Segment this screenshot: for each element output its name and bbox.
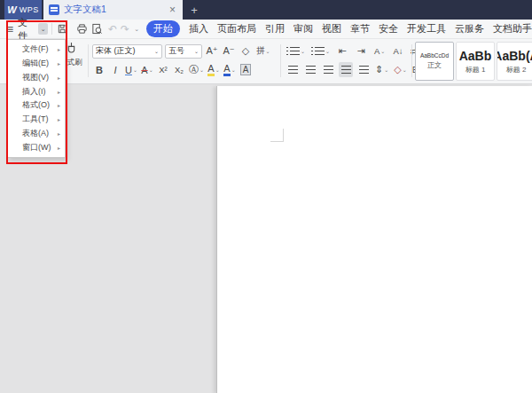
numbering-button[interactable]: ⌄ <box>310 43 331 59</box>
strikethrough-button[interactable]: A⌄ <box>140 62 154 77</box>
justify-button[interactable] <box>339 62 353 77</box>
bold-icon[interactable]: B <box>92 62 106 77</box>
undo-icon[interactable]: ↶ <box>108 23 117 35</box>
char-shading-button[interactable]: A <box>239 62 253 77</box>
superscript-icon[interactable]: X² <box>156 62 170 77</box>
font-name-select[interactable]: 宋体 (正文) ⌄ <box>92 44 162 59</box>
menu-item-tools[interactable]: 工具(T) ▸ <box>8 113 65 126</box>
print-preview-icon <box>91 23 103 35</box>
document-page[interactable] <box>216 86 532 393</box>
ribbon: 格式刷 宋体 (正文) ⌄ 五号 ⌄ A⁺ A⁻ ◇ 拼⌄ B I U⌄ A⌄ … <box>0 39 532 84</box>
highlight-color-icon: A <box>207 64 214 76</box>
chevron-down-icon: ⌄ <box>154 48 159 54</box>
clear-format-icon[interactable]: ◇ <box>239 43 253 59</box>
menu-item-label: 文件(F) <box>22 43 58 55</box>
menu-item-file[interactable]: 文件(F) ▸ <box>8 43 65 56</box>
style-heading-1[interactable]: AaBb 标题 1 <box>456 42 495 81</box>
font-size-select[interactable]: 五号 ⌄ <box>165 44 202 59</box>
style-preview: AaBb(A <box>497 49 532 63</box>
style-gallery: AaBbCcDd 正文 AaBb 标题 1 AaBb(A 标题 2 <box>415 42 532 82</box>
format-painter-icon <box>65 42 78 55</box>
style-heading-2[interactable]: AaBb(A 标题 2 <box>497 42 532 81</box>
strikethrough-icon: A <box>141 65 147 75</box>
save-button[interactable] <box>57 23 68 35</box>
italic-icon[interactable]: I <box>108 62 122 77</box>
style-normal[interactable]: AaBbCcDd 正文 <box>415 42 454 81</box>
menubar: ≡ 文件 ⌄ ↶ ↷ ⌄ 开始 插入 页面布局 引用 审阅 视图 章节 安全 开… <box>0 20 532 39</box>
sort-icon[interactable]: A↓ <box>391 43 405 59</box>
chevron-down-icon: ⌄ <box>200 67 204 73</box>
tab-view[interactable]: 视图 <box>322 22 341 35</box>
chevron-down-icon: ⌄ <box>380 48 385 54</box>
subscript-icon[interactable]: X₂ <box>172 62 186 77</box>
document-tab[interactable]: 文字文稿1 × <box>43 0 183 20</box>
tab-close-icon[interactable]: × <box>168 4 177 15</box>
chevron-down-icon: ⌄ <box>403 67 407 73</box>
circle-text-icon: Ⓐ <box>189 63 199 76</box>
tab-insert[interactable]: 插入 <box>189 22 208 35</box>
menu-item-format[interactable]: 格式(O) ▸ <box>8 98 65 112</box>
tab-section[interactable]: 章节 <box>350 22 370 35</box>
font-color-button[interactable]: A⌄ <box>223 62 237 77</box>
align-right-button[interactable] <box>321 62 335 77</box>
tab-home[interactable]: 开始 <box>146 20 180 37</box>
bullets-icon <box>290 47 300 55</box>
shading-color-icon: ◇ <box>394 64 401 75</box>
toolbar-divider <box>51 23 52 35</box>
align-left-button[interactable] <box>286 62 300 77</box>
menu-item-view[interactable]: 视图(V) ▸ <box>8 71 65 84</box>
underline-button[interactable]: U⌄ <box>124 62 138 77</box>
chevron-down-icon: ⌄ <box>384 67 388 73</box>
tab-dev-tools[interactable]: 开发工具 <box>407 22 446 35</box>
phonetic-guide-button[interactable]: 拼⌄ <box>255 43 271 59</box>
save-icon <box>57 23 68 35</box>
menu-item-insert[interactable]: 插入(I) ▸ <box>8 85 65 98</box>
shading-color-button[interactable]: ◇⌄ <box>393 62 408 77</box>
bullets-button[interactable]: ⌄ <box>286 43 306 59</box>
wps-app-name: WPS <box>20 5 39 14</box>
menu-item-table[interactable]: 表格(A) ▸ <box>8 127 65 140</box>
menu-item-edit[interactable]: 编辑(E) ▸ <box>8 57 65 70</box>
tab-security[interactable]: 安全 <box>379 22 398 35</box>
print-preview-button[interactable] <box>91 23 103 35</box>
distributed-align-button[interactable] <box>356 62 371 77</box>
new-tab-button[interactable]: + <box>183 0 206 20</box>
customize-toolbar-icon[interactable]: ⌄ <box>134 26 139 33</box>
chevron-down-icon: ⌄ <box>41 26 46 33</box>
chevron-down-icon: ⌄ <box>149 67 153 73</box>
char-shading-icon: A <box>240 64 252 75</box>
underline-icon: U <box>125 65 132 75</box>
align-center-icon <box>306 66 316 74</box>
circle-text-button[interactable]: Ⓐ⌄ <box>188 62 205 77</box>
hamburger-icon[interactable]: ≡ <box>7 23 15 35</box>
justify-icon <box>341 66 351 74</box>
file-menu-button[interactable]: 文件 <box>18 16 35 43</box>
print-button[interactable] <box>76 23 88 35</box>
increase-indent-icon[interactable]: ⇥ <box>354 43 368 59</box>
tab-cloud-service[interactable]: 云服务 <box>455 22 484 35</box>
menu-item-window[interactable]: 窗口(W) ▸ <box>8 141 65 154</box>
grow-font-icon[interactable]: A⁺ <box>205 43 219 59</box>
tab-review[interactable]: 审阅 <box>293 22 313 35</box>
file-menu-chevron-button[interactable]: ⌄ <box>38 23 48 35</box>
phonetic-guide-icon: 拼 <box>256 45 265 57</box>
shrink-font-icon[interactable]: A⁻ <box>222 43 236 59</box>
document-icon <box>49 4 59 15</box>
line-spacing-button[interactable]: ⇕⌄ <box>374 62 389 77</box>
menu-item-label: 视图(V) <box>22 72 58 83</box>
menu-item-label: 格式(O) <box>22 99 58 111</box>
submenu-arrow-icon: ▸ <box>58 60 60 67</box>
line-spacing-icon: ⇕ <box>375 64 383 75</box>
submenu-arrow-icon: ▸ <box>58 89 60 95</box>
align-right-icon <box>324 66 333 74</box>
align-center-button[interactable] <box>303 62 317 77</box>
tab-references[interactable]: 引用 <box>265 22 285 35</box>
highlight-color-button[interactable]: A⌄ <box>207 62 221 77</box>
decrease-indent-icon[interactable]: ⇤ <box>335 43 349 59</box>
tab-page-layout[interactable]: 页面布局 <box>217 22 256 35</box>
text-direction-button[interactable]: A⌄ <box>372 43 387 59</box>
redo-icon[interactable]: ↷ <box>121 23 129 35</box>
printer-icon <box>76 23 88 35</box>
style-preview: AaBbCcDd <box>420 52 449 59</box>
tab-doc-assistant[interactable]: 文档助手 <box>493 22 532 35</box>
